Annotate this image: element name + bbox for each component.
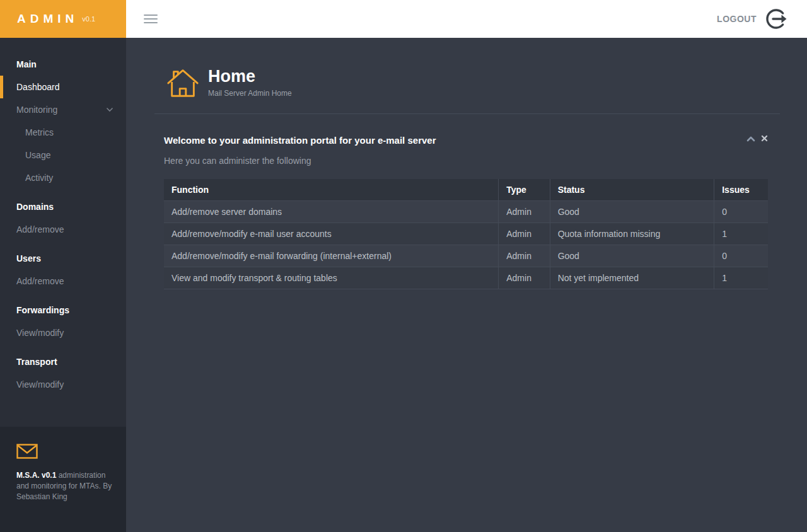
welcome-panel: Welcome to your administration portal fo… (164, 135, 768, 289)
table-row: Add/remove/modify e-mail user accounts A… (164, 223, 768, 245)
main-content: Home Mail Server Admin Home Welcome to y… (126, 38, 807, 532)
chevron-down-icon (106, 107, 113, 112)
sidebar-header-forwardings: Forwardings (0, 299, 126, 321)
panel-subtitle: Here you can administer the following (164, 156, 768, 166)
cell-status: Good (550, 201, 714, 223)
sidebar-header-main: Main (0, 53, 126, 76)
column-header-function: Function (164, 179, 499, 201)
cell-function: Add/remove server domains (164, 201, 499, 223)
sidebar-footer-text: M.S.A. v0.1 administration and monitorin… (16, 470, 112, 502)
functions-table: Function Type Status Issues Add/remove s… (164, 179, 768, 289)
sidebar-header-transport: Transport (0, 350, 126, 373)
sidebar-item-activity[interactable]: Activity (0, 166, 126, 189)
panel-header: Welcome to your administration portal fo… (164, 135, 768, 146)
table-row: Add/remove server domains Admin Good 0 (164, 201, 768, 223)
column-header-status: Status (550, 179, 714, 201)
cell-function: Add/remove/modify e-mail user accounts (164, 223, 499, 245)
logout-button[interactable]: LOGOUT (717, 6, 789, 32)
cell-status: Good (550, 245, 714, 267)
cell-type: Admin (499, 223, 550, 245)
table-header-row: Function Type Status Issues (164, 179, 768, 201)
cell-function: View and modify transport & routing tabl… (164, 267, 499, 289)
cell-type: Admin (499, 201, 550, 223)
collapse-chevron-up-icon[interactable] (746, 136, 755, 142)
sidebar-header-users: Users (0, 247, 126, 270)
cell-status: Quota information missing (550, 223, 714, 245)
hamburger-menu-icon[interactable] (144, 12, 158, 26)
sidebar: ADMIN v0.1 Main Dashboard Monitoring Met… (0, 0, 126, 532)
sidebar-item-metrics[interactable]: Metrics (0, 121, 126, 144)
cell-issues: 1 (714, 267, 768, 289)
sidebar-item-domains-addremove[interactable]: Add/remove (0, 218, 126, 241)
page-subtitle: Mail Server Admin Home (208, 89, 292, 98)
column-header-type: Type (499, 179, 550, 201)
page-header-text: Home Mail Server Admin Home (208, 67, 292, 98)
logout-label: LOGOUT (717, 14, 757, 24)
footer-app-title: M.S.A. v0.1 (16, 471, 56, 480)
sidebar-item-monitoring[interactable]: Monitoring (0, 98, 126, 121)
app-version: v0.1 (82, 15, 95, 23)
sidebar-item-transport-viewmodify[interactable]: View/modify (0, 373, 126, 396)
sidebar-item-users-addremove[interactable]: Add/remove (0, 270, 126, 292)
app-logo-text: ADMIN (17, 12, 78, 26)
cell-type: Admin (499, 267, 550, 289)
panel-controls (746, 135, 768, 142)
sidebar-footer: M.S.A. v0.1 administration and monitorin… (0, 427, 126, 532)
app-logo[interactable]: ADMIN v0.1 (0, 0, 126, 38)
logout-icon (764, 6, 789, 32)
header-divider (154, 113, 780, 114)
table-row: Add/remove/modify e-mail forwarding (int… (164, 245, 768, 267)
sidebar-item-dashboard[interactable]: Dashboard (0, 76, 126, 98)
panel-title: Welcome to your administration portal fo… (164, 135, 436, 146)
page-title: Home (208, 67, 292, 86)
sidebar-header-domains: Domains (0, 195, 126, 218)
sidebar-item-usage[interactable]: Usage (0, 144, 126, 166)
table-row: View and modify transport & routing tabl… (164, 267, 768, 289)
column-header-issues: Issues (714, 179, 768, 201)
close-icon[interactable] (761, 135, 768, 142)
home-icon (166, 64, 200, 100)
cell-issues: 0 (714, 201, 768, 223)
page-header: Home Mail Server Admin Home (126, 38, 807, 100)
sidebar-nav: Main Dashboard Monitoring Metrics Usage … (0, 38, 126, 396)
cell-type: Admin (499, 245, 550, 267)
envelope-icon (16, 444, 38, 459)
cell-status: Not yet implemented (550, 267, 714, 289)
cell-function: Add/remove/modify e-mail forwarding (int… (164, 245, 499, 267)
sidebar-item-label: Monitoring (16, 105, 57, 115)
topbar: LOGOUT (126, 0, 807, 38)
cell-issues: 1 (714, 223, 768, 245)
sidebar-item-forwardings-viewmodify[interactable]: View/modify (0, 321, 126, 344)
cell-issues: 0 (714, 245, 768, 267)
